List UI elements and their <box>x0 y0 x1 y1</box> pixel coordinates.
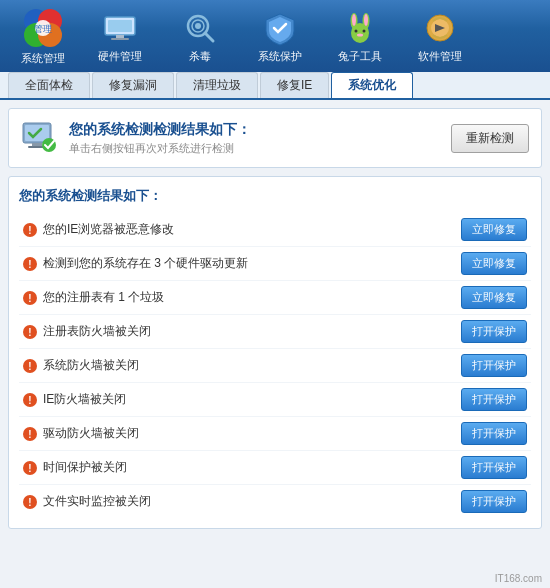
logo-icon: 管理 <box>22 7 64 49</box>
result-row: !您的IE浏览器被恶意修改立即修复 <box>19 213 531 247</box>
warning-icon: ! <box>23 325 37 339</box>
nav-rabbit[interactable]: 兔子工具 <box>322 0 398 72</box>
action-button-4[interactable]: 打开保护 <box>461 354 527 377</box>
svg-point-20 <box>363 29 366 32</box>
computer-icon <box>21 119 59 157</box>
svg-text:!: ! <box>28 429 31 440</box>
results-list: !您的IE浏览器被恶意修改立即修复!检测到您的系统存在 3 个硬件驱动更新立即修… <box>19 213 531 518</box>
software-icon <box>421 9 459 47</box>
action-button-2[interactable]: 立即修复 <box>461 286 527 309</box>
result-row: !文件实时监控被关闭打开保护 <box>19 485 531 518</box>
result-text-6: 驱动防火墙被关闭 <box>43 425 139 442</box>
svg-text:!: ! <box>28 225 31 236</box>
result-left-6: !驱动防火墙被关闭 <box>23 425 461 442</box>
nav-protect[interactable]: 系统保护 <box>242 0 318 72</box>
warning-icon: ! <box>23 291 37 305</box>
svg-text:!: ! <box>28 327 31 338</box>
warning-icon: ! <box>23 427 37 441</box>
tab-full-check[interactable]: 全面体检 <box>8 72 90 98</box>
nav-protect-label: 系统保护 <box>258 49 302 64</box>
action-button-6[interactable]: 打开保护 <box>461 422 527 445</box>
result-left-7: !时间保护被关闭 <box>23 459 461 476</box>
warning-icon: ! <box>23 257 37 271</box>
results-section: 您的系统检测结果如下： !您的IE浏览器被恶意修改立即修复!检测到您的系统存在 … <box>8 176 542 529</box>
tab-repair-miss[interactable]: 修复漏洞 <box>92 72 174 98</box>
top-nav: 管理 系统管理 硬件管理 杀毒 系统保护 <box>0 0 550 72</box>
svg-text:!: ! <box>28 395 31 406</box>
tab-repair-ie[interactable]: 修复IE <box>260 72 329 98</box>
action-button-5[interactable]: 打开保护 <box>461 388 527 411</box>
action-button-7[interactable]: 打开保护 <box>461 456 527 479</box>
result-text-0: 您的IE浏览器被恶意修改 <box>43 221 174 238</box>
logo-text: 系统管理 <box>21 51 65 66</box>
nav-hardware-label: 硬件管理 <box>98 49 142 64</box>
antivirus-icon <box>181 9 219 47</box>
result-left-2: !您的注册表有 1 个垃圾 <box>23 289 461 306</box>
watermark: IT168.com <box>495 573 542 584</box>
summary-subtitle: 单击右侧按钮再次对系统进行检测 <box>69 141 251 156</box>
warning-icon: ! <box>23 461 37 475</box>
nav-software[interactable]: 软件管理 <box>402 0 478 72</box>
protect-icon <box>261 9 299 47</box>
svg-rect-7 <box>108 20 132 32</box>
summary-text: 您的系统检测检测结果如下： 单击右侧按钮再次对系统进行检测 <box>69 121 251 156</box>
svg-point-18 <box>364 14 368 26</box>
warning-icon: ! <box>23 359 37 373</box>
action-button-0[interactable]: 立即修复 <box>461 218 527 241</box>
svg-point-17 <box>352 14 356 26</box>
result-left-1: !检测到您的系统存在 3 个硬件驱动更新 <box>23 255 461 272</box>
result-row: !驱动防火墙被关闭打开保护 <box>19 417 531 451</box>
result-text-5: IE防火墙被关闭 <box>43 391 126 408</box>
result-text-2: 您的注册表有 1 个垃圾 <box>43 289 164 306</box>
tab-clean-junk[interactable]: 清理垃圾 <box>176 72 258 98</box>
result-row: !时间保护被关闭打开保护 <box>19 451 531 485</box>
nav-kill-label: 杀毒 <box>189 49 211 64</box>
svg-text:!: ! <box>28 259 31 270</box>
svg-text:!: ! <box>28 497 31 508</box>
nav-kill[interactable]: 杀毒 <box>162 0 238 72</box>
svg-point-19 <box>355 29 358 32</box>
svg-text:!: ! <box>28 361 31 372</box>
summary-box: 您的系统检测检测结果如下： 单击右侧按钮再次对系统进行检测 重新检测 <box>8 108 542 168</box>
svg-point-21 <box>357 33 363 36</box>
result-left-8: !文件实时监控被关闭 <box>23 493 461 510</box>
nav-rabbit-label: 兔子工具 <box>338 49 382 64</box>
result-text-3: 注册表防火墙被关闭 <box>43 323 151 340</box>
summary-title: 您的系统检测检测结果如下： <box>69 121 251 139</box>
svg-text:管理: 管理 <box>34 24 52 34</box>
result-row: !您的注册表有 1 个垃圾立即修复 <box>19 281 531 315</box>
warning-icon: ! <box>23 393 37 407</box>
rescan-button[interactable]: 重新检测 <box>451 124 529 153</box>
svg-point-13 <box>195 23 201 29</box>
main-content: 您的系统检测检测结果如下： 单击右侧按钮再次对系统进行检测 重新检测 您的系统检… <box>0 100 550 588</box>
result-row: !检测到您的系统存在 3 个硬件驱动更新立即修复 <box>19 247 531 281</box>
summary-left: 您的系统检测检测结果如下： 单击右侧按钮再次对系统进行检测 <box>21 119 251 157</box>
app-logo: 管理 系统管理 <box>8 0 78 72</box>
rabbit-icon <box>341 9 379 47</box>
results-title: 您的系统检测结果如下： <box>19 187 531 205</box>
warning-icon: ! <box>23 223 37 237</box>
svg-text:!: ! <box>28 463 31 474</box>
result-text-8: 文件实时监控被关闭 <box>43 493 151 510</box>
svg-rect-9 <box>111 38 129 40</box>
result-text-4: 系统防火墙被关闭 <box>43 357 139 374</box>
action-button-1[interactable]: 立即修复 <box>461 252 527 275</box>
action-button-8[interactable]: 打开保护 <box>461 490 527 513</box>
svg-line-12 <box>205 33 213 41</box>
result-left-4: !系统防火墙被关闭 <box>23 357 461 374</box>
action-button-3[interactable]: 打开保护 <box>461 320 527 343</box>
result-row: !系统防火墙被关闭打开保护 <box>19 349 531 383</box>
result-row: !IE防火墙被关闭打开保护 <box>19 383 531 417</box>
result-text-1: 检测到您的系统存在 3 个硬件驱动更新 <box>43 255 248 272</box>
result-row: !注册表防火墙被关闭打开保护 <box>19 315 531 349</box>
svg-rect-8 <box>116 35 124 38</box>
result-left-0: !您的IE浏览器被恶意修改 <box>23 221 461 238</box>
tabs-bar: 全面体检 修复漏洞 清理垃圾 修复IE 系统优化 <box>0 72 550 100</box>
warning-icon: ! <box>23 495 37 509</box>
result-left-5: !IE防火墙被关闭 <box>23 391 461 408</box>
nav-hardware[interactable]: 硬件管理 <box>82 0 158 72</box>
tab-optimize[interactable]: 系统优化 <box>331 72 413 98</box>
result-left-3: !注册表防火墙被关闭 <box>23 323 461 340</box>
result-text-7: 时间保护被关闭 <box>43 459 127 476</box>
hardware-icon <box>101 9 139 47</box>
